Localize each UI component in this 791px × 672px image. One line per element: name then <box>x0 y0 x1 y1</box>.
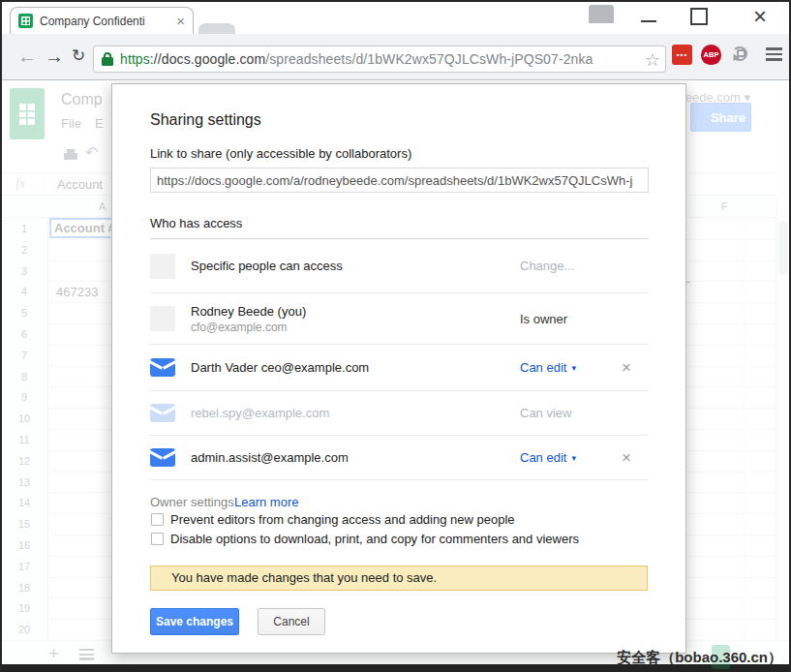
access-row-name: Rodney Beede (you) <box>191 304 520 319</box>
person-icon <box>596 9 606 20</box>
padlock-icon[interactable] <box>102 52 113 66</box>
envelope-icon <box>150 355 175 381</box>
sheets-favicon-icon <box>18 14 33 28</box>
access-row: Rodney Beede (you)cfo@example.comIs owne… <box>150 293 649 345</box>
url-segment: docs.google.com <box>162 51 265 67</box>
access-row: Specific people can accessChange... <box>150 239 649 293</box>
unsaved-changes-warning: You have made changes that you need to s… <box>150 565 648 591</box>
window-close-button[interactable]: × <box>741 2 779 31</box>
access-row: Darth Vader ceo@example.comCan edit▾× <box>150 345 649 391</box>
disable-download-label: Disable options to download, print, and … <box>170 532 579 546</box>
maximize-button[interactable] <box>682 2 716 31</box>
access-row-text: Rodney Beede (you)cfo@example.com <box>191 304 520 334</box>
access-row-name: rebel.spy@example.com <box>191 406 520 420</box>
person-icon <box>150 306 175 331</box>
adblock-icon[interactable]: ABP <box>701 45 721 65</box>
access-row-email: cfo@example.com <box>191 321 520 334</box>
remove-collaborator-button[interactable]: × <box>612 448 641 468</box>
tab-close-icon[interactable]: × <box>176 14 185 28</box>
link-share-label: Link to share (only accessible by collab… <box>150 146 411 161</box>
envelope-icon <box>150 445 175 471</box>
watermark-text: 安全客（bobao.360.cn） <box>617 649 782 667</box>
chevron-down-icon: ▾ <box>571 363 576 373</box>
access-row-text: Darth Vader ceo@example.com <box>191 360 520 375</box>
reload-button[interactable]: ↻ <box>72 44 85 69</box>
lastpass-icon[interactable]: ••• <box>672 45 692 65</box>
profile-avatar-icon[interactable] <box>589 5 614 23</box>
forward-button[interactable]: → <box>45 44 64 69</box>
access-row-name: Specific people can access <box>191 259 520 273</box>
bookmark-star-icon[interactable]: ☆ <box>645 49 660 71</box>
access-list: Specific people can accessChange...Rodne… <box>150 239 649 480</box>
disable-download-checkbox[interactable] <box>151 533 164 545</box>
proxy-extension-icon[interactable] <box>731 45 751 65</box>
back-button[interactable]: ← <box>17 44 37 69</box>
browser-menu-icon[interactable] <box>766 47 782 64</box>
url-text: https://docs.google.com/spreadsheets/d/1… <box>120 51 593 67</box>
minimize-button[interactable] <box>631 2 666 31</box>
share-link-input[interactable] <box>150 168 649 193</box>
dialog-title: Sharing settings <box>150 111 261 129</box>
learn-more-link[interactable]: Learn more <box>234 495 298 509</box>
change-access-link[interactable]: Change... <box>520 259 612 273</box>
who-has-access-header: Who has access <box>150 216 242 230</box>
access-row-text: admin.assist@example.com <box>191 450 520 465</box>
access-row-name: admin.assist@example.com <box>191 450 520 465</box>
tab-title: Company Confidenti <box>40 15 164 28</box>
access-row-name: Darth Vader ceo@example.com <box>191 360 520 375</box>
prevent-editors-label: Prevent editors from changing access and… <box>170 512 515 527</box>
browser-window: Company Confidenti × × ← → ↻ https://doc… <box>0 0 791 672</box>
access-row: rebel.spy@example.comCan view <box>150 391 649 436</box>
access-row-text: rebel.spy@example.com <box>191 406 520 420</box>
access-row: admin.assist@example.comCan edit▾× <box>150 436 649 480</box>
owner-settings-label: Owner settings <box>150 495 234 509</box>
permission-label: Is owner <box>520 312 612 326</box>
browser-tab[interactable]: Company Confidenti × <box>10 7 194 34</box>
chevron-down-icon: ▾ <box>571 453 576 463</box>
browser-toolbar: ← → ↻ https://docs.google.com/spreadshee… <box>2 34 789 80</box>
url-bar[interactable]: https://docs.google.com/spreadsheets/d/1… <box>93 46 666 73</box>
prevent-editors-checkbox[interactable] <box>151 513 164 526</box>
url-segment: /spreadsheets/d/1bWK2wx57QJLCsWh-jPQS07-… <box>265 51 593 67</box>
new-tab-button[interactable] <box>198 23 235 34</box>
save-changes-button[interactable]: Save changes <box>150 608 239 635</box>
page-content: Comp FileE ybeede.com ▾ Share ↶ fx Accou… <box>2 81 789 666</box>
people-icon <box>150 254 175 279</box>
cancel-button[interactable]: Cancel <box>258 608 325 635</box>
envelope-muted-icon <box>150 401 175 426</box>
permission-dropdown[interactable]: Can edit▾ <box>520 360 612 375</box>
remove-collaborator-button[interactable]: × <box>612 358 641 378</box>
url-segment: :// <box>150 51 162 67</box>
access-row-text: Specific people can access <box>191 259 520 273</box>
url-segment: https <box>120 51 150 67</box>
sharing-settings-dialog: Sharing settings Link to share (only acc… <box>111 83 686 654</box>
permission-dropdown[interactable]: Can edit▾ <box>520 450 612 465</box>
title-bar: Company Confidenti × × <box>2 2 789 34</box>
permission-label: Can view <box>520 406 612 420</box>
